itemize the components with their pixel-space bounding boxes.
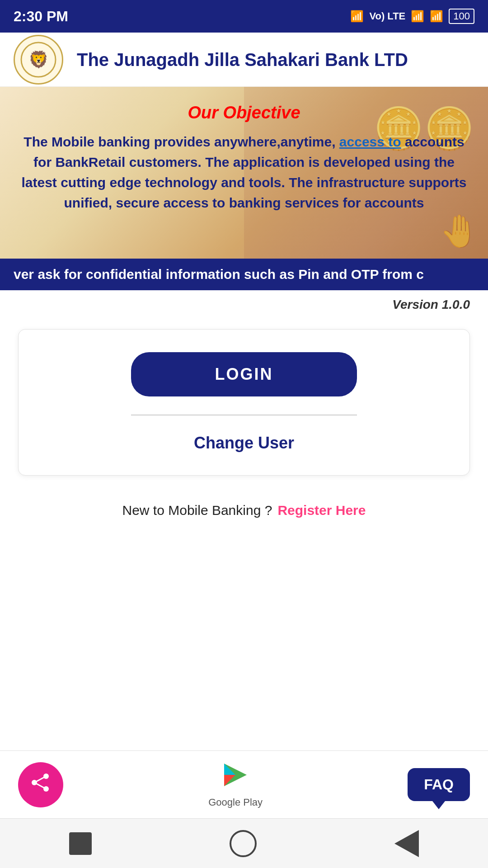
google-play-icon: [220, 761, 251, 795]
logo-inner: 🦁: [18, 39, 59, 80]
register-row: New to Mobile Banking ? Register Here: [0, 489, 488, 532]
svg-text:🦁: 🦁: [28, 50, 49, 69]
bank-logo: 🦁: [14, 35, 63, 85]
share-icon: [30, 772, 52, 798]
version-label: Version 1.0.0: [392, 297, 470, 312]
banner: 🪙🪙 🤚 Our Objective The Mobile banking pr…: [0, 87, 488, 259]
header: 🦁 The Junagadh Jilla Sahakari Bank LTD: [0, 33, 488, 87]
nav-back-icon[interactable]: [394, 830, 419, 857]
nav-bar: [0, 818, 488, 868]
hand-decoration: 🤚: [440, 212, 479, 250]
version-row: Version 1.0.0: [0, 290, 488, 316]
google-play-label: Google Play: [208, 797, 263, 808]
faq-button[interactable]: FAQ: [408, 768, 470, 801]
share-button[interactable]: [18, 762, 63, 807]
bottom-bar: Google Play FAQ: [0, 750, 488, 818]
nav-home-icon[interactable]: [230, 830, 257, 857]
banner-text-part1: The Mobile banking provides anywhere,any…: [23, 134, 339, 149]
signal-icon: 📶: [350, 10, 364, 23]
google-play-button[interactable]: Google Play: [208, 761, 263, 808]
register-here-link[interactable]: Register Here: [277, 503, 366, 518]
banner-objective-label: Our Objective: [18, 103, 470, 123]
register-prefix: New to Mobile Banking ?: [122, 503, 272, 518]
nav-recent-icon[interactable]: [69, 832, 92, 855]
battery-icon: 100: [449, 9, 474, 24]
banner-description: The Mobile banking provides anywhere,any…: [18, 132, 470, 213]
status-icons: 📶 Vo) LTE 📶 📶 100: [350, 9, 474, 24]
bank-name: The Junagadh Jilla Sahakari Bank LTD: [77, 49, 408, 71]
banner-access-highlight: access to: [339, 134, 401, 149]
svg-line-5: [34, 776, 46, 783]
wifi-icon: 📶: [430, 10, 443, 23]
status-time: 2:30 PM: [14, 8, 68, 25]
security-ticker: ver ask for confidential information suc…: [0, 259, 488, 290]
svg-line-6: [34, 783, 46, 789]
login-card: LOGIN Change User: [18, 329, 470, 476]
lte-icon: Vo) LTE: [369, 10, 405, 22]
signal2-icon: 📶: [411, 10, 424, 23]
content-spacer: [0, 532, 488, 750]
ticker-text: ver ask for confidential information suc…: [14, 267, 424, 282]
login-button[interactable]: LOGIN: [131, 352, 357, 396]
status-bar: 2:30 PM 📶 Vo) LTE 📶 📶 100: [0, 0, 488, 33]
card-divider: [131, 415, 357, 415]
change-user-link[interactable]: Change User: [194, 434, 294, 453]
